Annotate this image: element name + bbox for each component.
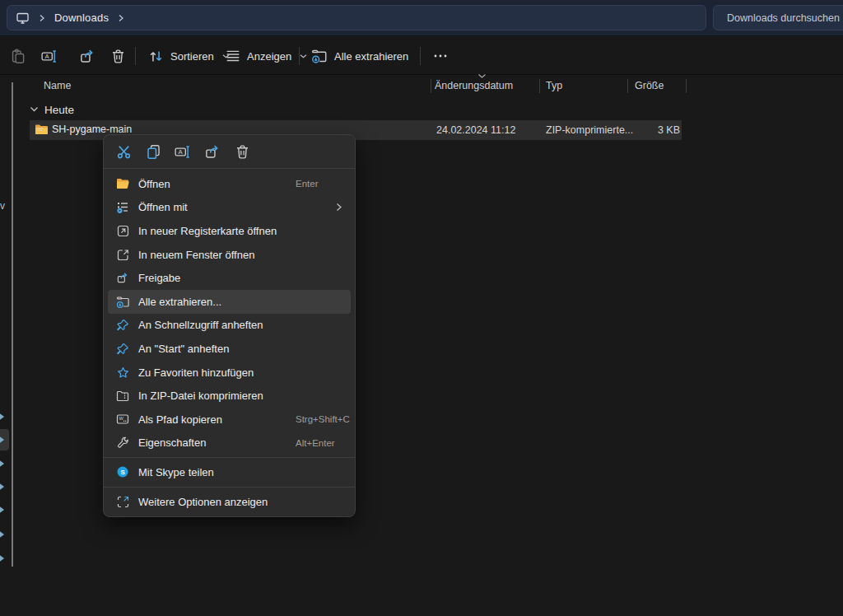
tree-expand-chevron-icon[interactable]	[0, 412, 7, 422]
menu-item-skype-teilen[interactable]: S Mit Skype teilen	[108, 460, 351, 484]
menu-item-oeffnen-mit[interactable]: Öffnen mit	[108, 196, 351, 220]
svg-text:W: W	[119, 416, 123, 421]
tree-expand-chevron-icon[interactable]	[0, 505, 7, 515]
svg-text:A: A	[178, 148, 183, 156]
paste-button[interactable]	[3, 41, 32, 71]
menu-item-zip-komprimieren[interactable]: In ZIP-Datei komprimieren	[108, 384, 351, 408]
computer-icon[interactable]	[16, 12, 30, 25]
menu-separator	[104, 487, 355, 488]
address-bar[interactable]: Downloads	[7, 5, 706, 30]
sort-label: Sortieren	[170, 50, 214, 63]
see-more-icon	[433, 49, 448, 63]
column-separator[interactable]	[431, 79, 431, 93]
tree-expand-chevron-icon[interactable]	[0, 482, 7, 492]
file-date: 24.02.2024 11:12	[436, 124, 515, 136]
menu-item-favoriten[interactable]: Zu Favoriten hinzufügen	[108, 361, 351, 385]
new-window-icon	[115, 248, 130, 261]
menu-item-weitere-optionen[interactable]: Weitere Optionen anzeigen	[108, 490, 351, 514]
menu-item-neue-registerkarte[interactable]: In neuer Registerkarte öffnen	[108, 219, 351, 243]
delete-button[interactable]	[229, 138, 255, 165]
menu-item-als-pfad-kopieren[interactable]: W Als Pfad kopieren Strg+Shift+C	[108, 408, 351, 432]
context-menu: A Öffnen Enter Öffnen mit In neuer Regis…	[103, 134, 356, 517]
sort-icon	[148, 49, 164, 63]
group-label: Heute	[44, 104, 74, 116]
svg-text:S: S	[121, 469, 126, 476]
rename-button[interactable]: A	[170, 138, 196, 165]
column-separator[interactable]	[686, 79, 687, 93]
column-header-name[interactable]: Name	[44, 80, 71, 91]
new-tab-icon	[115, 224, 130, 237]
toolbar-separator	[135, 47, 136, 65]
extract-all-label: Alle extrahieren	[334, 50, 408, 63]
toolbar-separator	[299, 47, 300, 65]
view-label: Anzeigen	[247, 50, 291, 63]
command-toolbar: A Sortieren Anzeigen Alle extrahieren	[0, 37, 843, 75]
properties-wrench-icon	[115, 436, 130, 450]
search-input[interactable]: Downloads durchsuchen	[713, 5, 843, 30]
menu-items: Öffnen Enter Öffnen mit In neuer Registe…	[104, 169, 355, 516]
column-separator[interactable]	[539, 79, 540, 93]
extract-icon	[311, 49, 328, 63]
sort-indicator-icon	[477, 73, 487, 79]
nav-pane-label-fragment: v	[0, 200, 5, 212]
breadcrumb-downloads[interactable]: Downloads	[54, 12, 109, 24]
share-button[interactable]	[72, 41, 102, 71]
menu-item-neues-fenster[interactable]: In neuem Fenster öffnen	[108, 243, 351, 267]
tree-expand-chevron-icon[interactable]	[0, 530, 7, 539]
open-with-icon	[115, 201, 130, 214]
file-size: 3 KB	[658, 124, 680, 136]
tree-expand-chevron-icon[interactable]	[0, 553, 7, 563]
show-more-options-icon	[115, 495, 130, 508]
svg-text:A: A	[44, 53, 49, 60]
menu-separator	[104, 457, 355, 458]
menu-item-alle-extrahieren[interactable]: Alle extrahieren...	[108, 290, 351, 314]
menu-item-oeffnen[interactable]: Öffnen Enter	[108, 172, 351, 196]
share-icon	[115, 272, 130, 285]
chevron-right-icon[interactable]	[117, 14, 125, 22]
pin-icon	[115, 342, 130, 355]
pane-divider[interactable]	[12, 82, 13, 567]
menu-item-schnellzugriff-anheften[interactable]: An Schnellzugriff anheften	[108, 314, 351, 338]
column-header-row: Name Änderungsdatum Typ Größe	[0, 76, 843, 97]
column-header-type[interactable]: Typ	[546, 80, 562, 91]
chevron-right-icon[interactable]	[38, 14, 46, 22]
tree-expand-chevron-icon[interactable]	[0, 459, 7, 469]
chevron-down-icon[interactable]	[30, 106, 39, 113]
search-placeholder: Downloads durchsuchen	[727, 12, 840, 24]
quick-actions-row: A	[104, 135, 355, 168]
delete-button[interactable]	[104, 41, 133, 71]
column-header-date[interactable]: Änderungsdatum	[435, 80, 513, 91]
toolbar-separator	[420, 47, 421, 65]
submenu-chevron-right-icon	[336, 203, 342, 212]
see-more-button[interactable]	[426, 41, 454, 71]
column-separator[interactable]	[627, 79, 628, 93]
copy-path-icon: W	[115, 413, 130, 426]
title-address-bar: Downloads Downloads durchsuchen	[0, 0, 843, 36]
tree-expand-chevron-icon[interactable]	[0, 435, 7, 445]
rename-button[interactable]: A	[35, 41, 64, 71]
pin-icon	[115, 319, 130, 332]
menu-item-eigenschaften[interactable]: Eigenschaften Alt+Enter	[108, 432, 351, 455]
zip-compress-icon	[115, 390, 130, 403]
view-icon	[226, 49, 240, 63]
folder-open-icon	[115, 177, 130, 190]
menu-item-start-anheften[interactable]: An "Start" anheften	[108, 337, 351, 361]
menu-item-freigabe[interactable]: Freigabe	[108, 266, 351, 290]
skype-icon: S	[115, 465, 130, 478]
zip-folder-icon	[35, 124, 49, 138]
file-type: ZIP-komprimierte...	[546, 124, 633, 136]
column-header-size[interactable]: Größe	[635, 80, 664, 91]
group-header-heute[interactable]: Heute	[30, 101, 74, 118]
extract-all-button[interactable]: Alle extrahieren	[305, 41, 415, 71]
share-button[interactable]	[199, 138, 226, 165]
copy-button[interactable]	[140, 138, 166, 165]
cut-button[interactable]	[110, 138, 137, 165]
file-name: SH-pygame-main	[52, 124, 132, 135]
extract-icon	[115, 295, 130, 308]
star-icon	[115, 366, 130, 379]
